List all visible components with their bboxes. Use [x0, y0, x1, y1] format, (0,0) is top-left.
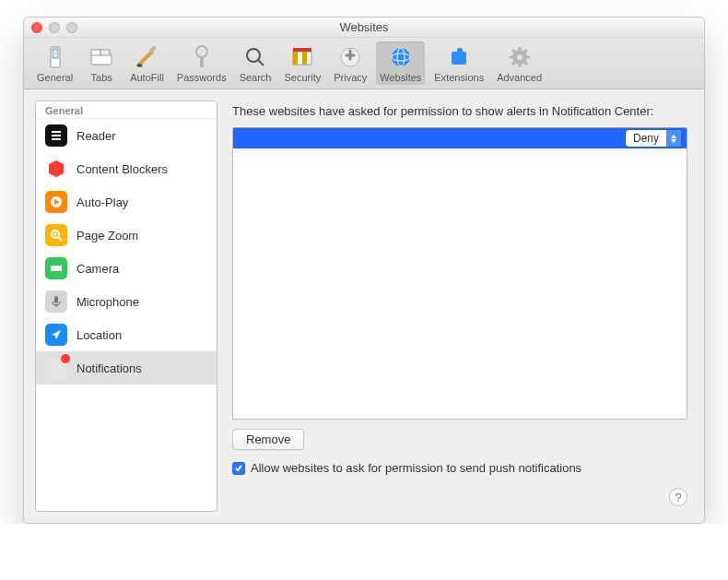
- allow-ask-row[interactable]: Allow websites to ask for permission to …: [232, 461, 687, 475]
- toolbar-item-websites[interactable]: Websites: [376, 41, 425, 85]
- toolbar-label: AutoFill: [130, 72, 164, 83]
- notifications-icon: [45, 357, 67, 379]
- toolbar-label: Tabs: [91, 72, 112, 83]
- toolbar-item-search[interactable]: Search: [236, 41, 276, 85]
- toolbar-label: General: [37, 72, 73, 83]
- svg-point-5: [196, 46, 207, 57]
- main-panel: These websites have asked for permission…: [229, 101, 693, 512]
- help-button[interactable]: ?: [669, 488, 687, 506]
- search-icon: [244, 43, 266, 71]
- websites-list[interactable]: Deny: [232, 127, 687, 420]
- sidebar-item-label: Reader: [76, 129, 116, 143]
- toolbar-label: Websites: [380, 72, 421, 83]
- check-icon: [234, 464, 243, 473]
- toolbar-item-passwords[interactable]: Passwords: [173, 41, 230, 85]
- general-icon: [45, 43, 65, 71]
- auto-play-icon: [45, 191, 67, 213]
- svg-rect-26: [54, 296, 58, 303]
- toolbar-item-security[interactable]: Security: [280, 41, 324, 85]
- privacy-icon: [339, 43, 361, 71]
- permission-select[interactable]: Deny: [626, 130, 681, 147]
- passwords-icon: [193, 43, 211, 71]
- titlebar: Websites: [24, 18, 704, 38]
- sidebar-item-label: Camera: [76, 262, 119, 276]
- svg-point-13: [392, 48, 410, 66]
- svg-rect-24: [51, 266, 59, 271]
- toolbar-label: Advanced: [497, 72, 542, 83]
- microphone-icon: [45, 290, 67, 313]
- preferences-toolbar: General Tabs AutoFill Passwords Search: [24, 38, 704, 89]
- toolbar-item-extensions[interactable]: Extensions: [430, 41, 487, 85]
- select-stepper-icon: [666, 130, 681, 147]
- tabs-icon: [90, 43, 112, 71]
- notification-badge-icon: [61, 354, 70, 363]
- toolbar-item-advanced[interactable]: Advanced: [493, 41, 546, 85]
- svg-rect-17: [457, 48, 463, 53]
- toolbar-label: Search: [240, 72, 272, 83]
- sidebar-item-location[interactable]: Location: [36, 318, 217, 351]
- extensions-icon: [448, 43, 470, 71]
- window-title: Websites: [339, 20, 388, 34]
- websites-icon: [390, 43, 412, 71]
- toolbar-item-tabs[interactable]: Tabs: [82, 41, 121, 85]
- svg-rect-16: [452, 52, 466, 65]
- sidebar-item-notifications[interactable]: Notifications: [36, 351, 217, 385]
- window-controls: [31, 22, 77, 33]
- sidebar-item-page-zoom[interactable]: Page Zoom: [36, 219, 217, 252]
- preferences-window: Websites General Tabs AutoFill Passwor: [23, 17, 705, 524]
- sidebar-item-microphone[interactable]: Microphone: [36, 285, 217, 318]
- toolbar-item-general[interactable]: General: [33, 41, 76, 85]
- content-area: General Reader Content Blockers Auto-Pla…: [24, 89, 704, 523]
- page-zoom-icon: [45, 224, 67, 246]
- sidebar-item-label: Content Blockers: [76, 162, 168, 176]
- toolbar-item-autofill[interactable]: AutoFill: [126, 41, 168, 85]
- permission-value: Deny: [626, 132, 666, 145]
- svg-rect-9: [293, 52, 298, 65]
- svg-rect-10: [302, 52, 307, 65]
- allow-ask-checkbox[interactable]: [232, 462, 245, 475]
- allow-ask-label: Allow websites to ask for permission to …: [251, 461, 581, 475]
- sidebar-item-label: Notifications: [76, 361, 142, 375]
- sidebar-item-label: Location: [76, 328, 122, 342]
- website-row[interactable]: Deny: [233, 128, 687, 148]
- sidebar: General Reader Content Blockers Auto-Pla…: [35, 101, 217, 512]
- minimize-window-button[interactable]: [49, 22, 60, 33]
- svg-rect-4: [100, 50, 110, 55]
- svg-marker-25: [59, 265, 62, 272]
- instruction-text: These websites have asked for permission…: [232, 104, 687, 118]
- toolbar-label: Security: [284, 72, 321, 83]
- svg-marker-27: [52, 330, 61, 339]
- remove-button[interactable]: Remove: [232, 429, 304, 450]
- sidebar-header: General: [36, 101, 217, 119]
- sidebar-item-reader[interactable]: Reader: [36, 119, 217, 152]
- security-icon: [291, 43, 313, 71]
- svg-point-7: [247, 49, 260, 62]
- autofill-icon: [135, 43, 158, 71]
- sidebar-item-label: Auto-Play: [76, 195, 128, 209]
- svg-rect-1: [53, 49, 58, 58]
- svg-rect-11: [293, 48, 311, 52]
- reader-icon: [45, 124, 67, 147]
- sidebar-item-camera[interactable]: Camera: [36, 252, 217, 285]
- gear-icon: [509, 43, 531, 71]
- toolbar-label: Passwords: [177, 72, 227, 83]
- camera-icon: [45, 257, 67, 279]
- svg-marker-20: [49, 160, 64, 177]
- sidebar-item-label: Microphone: [76, 295, 139, 309]
- zoom-window-button[interactable]: [66, 22, 77, 33]
- toolbar-label: Extensions: [434, 72, 484, 83]
- location-icon: [45, 324, 67, 346]
- close-window-button[interactable]: [31, 22, 42, 33]
- sidebar-item-content-blockers[interactable]: Content Blockers: [36, 152, 217, 185]
- toolbar-item-privacy[interactable]: Privacy: [330, 41, 370, 85]
- sidebar-item-label: Page Zoom: [76, 229, 138, 243]
- svg-rect-3: [91, 50, 100, 55]
- sidebar-item-auto-play[interactable]: Auto-Play: [36, 185, 217, 219]
- svg-point-19: [517, 54, 523, 60]
- svg-rect-6: [200, 56, 204, 67]
- content-blockers-icon: [45, 158, 67, 180]
- toolbar-label: Privacy: [334, 72, 367, 83]
